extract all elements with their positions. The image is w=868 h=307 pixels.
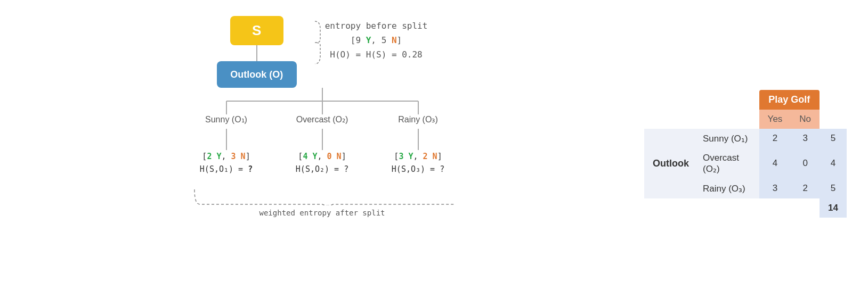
branch-overcast-connector <box>322 129 323 150</box>
rainy-total: 5 <box>820 179 847 198</box>
entropy-formula-line2: H(O) = H(S) = 0.28 <box>325 47 428 62</box>
branch-lines-svg <box>184 88 461 114</box>
root-node-s: S <box>230 16 283 45</box>
sunny-total: 5 <box>820 129 847 148</box>
col-no-label: No <box>799 114 811 124</box>
branch-overcast-label: Overcast (O₂) <box>296 114 348 125</box>
grand-total-cell: 14 <box>820 198 847 218</box>
row-label-outlook: Outlook <box>644 129 694 198</box>
outlook-node: Outlook (O) <box>217 61 297 88</box>
header-yes: Yes <box>759 110 791 129</box>
entropy-formula-line1: [9 Y, 5 N] <box>325 33 428 47</box>
sunny-name: Sunny (O₁) <box>703 134 748 144</box>
header-no: No <box>791 110 820 129</box>
branch-rainy-connector <box>418 129 419 150</box>
outlook-row-label: Outlook <box>653 158 689 169</box>
overcast-total: 4 <box>820 148 847 179</box>
rainy-yes: 3 <box>759 179 791 198</box>
col-yes-label: Yes <box>768 114 783 124</box>
n-count-root: N <box>392 35 397 45</box>
entropy-before-label: entropy before split <box>325 19 428 33</box>
branch-overcast-result: [4 Y, 0 N] H(S,O₂) = ? <box>296 150 348 176</box>
overcast-name: Overcast (O₂) <box>703 153 739 174</box>
rainy-no-val: 2 <box>802 183 807 193</box>
rainy-no: 2 <box>791 179 820 198</box>
sunny-no: 3 <box>791 129 820 148</box>
overcast-no: 0 <box>791 148 820 179</box>
bottom-brace-area: weighted entropy after split <box>21 184 623 217</box>
branch-sunny-connector <box>226 129 227 150</box>
connector-s-outlook <box>256 45 257 61</box>
main-container: S Outlook (O) entropy bef <box>0 0 868 307</box>
rainy-desc: Rainy (O₃) <box>694 179 759 198</box>
overcast-no-val: 0 <box>802 158 807 168</box>
grand-total-val: 14 <box>828 203 838 213</box>
brace-right-svg <box>313 19 322 67</box>
sunny-total-val: 5 <box>831 133 835 143</box>
contingency-table: Play Golf Yes No <box>644 90 847 218</box>
branch-connectors <box>184 88 461 114</box>
tree-section: S Outlook (O) entropy bef <box>21 11 623 296</box>
root-label: S <box>252 22 261 39</box>
sunny-desc: Sunny (O₁) <box>694 129 759 148</box>
rainy-name: Rainy (O₃) <box>703 184 745 194</box>
table-row-sunny: Outlook Sunny (O₁) 2 3 5 <box>644 129 847 148</box>
branch-sunny-result: [2 Y, 3 N] H(S,O₁) = ? <box>200 150 253 176</box>
header-playgolf-label: Play Golf <box>768 94 810 105</box>
weighted-entropy-label: weighted entropy after split <box>259 209 385 217</box>
overcast-desc: Overcast (O₂) <box>694 148 759 179</box>
overcast-yes: 4 <box>759 148 791 179</box>
overcast-total-val: 4 <box>831 158 835 168</box>
sunny-no-val: 3 <box>802 133 807 143</box>
branch-sunny-label: Sunny (O₁) <box>205 114 247 125</box>
branch-sunny: Sunny (O₁) [2 Y, 3 N] H(S,O₁) = ? <box>184 114 269 176</box>
rainy-yes-val: 3 <box>773 183 777 193</box>
bottom-brace-svg <box>189 184 456 205</box>
y-count-root: Y <box>366 35 371 45</box>
total-row: 14 <box>644 198 847 218</box>
outlook-label: Outlook (O) <box>230 69 283 80</box>
branch-rainy-label: Rainy (O₃) <box>398 114 437 125</box>
branch-rainy-result: [3 Y, 2 N] H(S,O₃) = ? <box>392 150 444 176</box>
branch-overcast: Overcast (O₂) [4 Y, 0 N] H(S,O₂) = ? <box>280 114 365 176</box>
sunny-yes-val: 2 <box>773 133 777 143</box>
header-playgolf: Play Golf <box>759 90 820 110</box>
branch-rainy: Rainy (O₃) [3 Y, 2 N] H(S,O₃) = ? <box>376 114 461 176</box>
rainy-total-val: 5 <box>831 183 835 193</box>
overcast-yes-val: 4 <box>773 158 777 168</box>
table-section: Play Golf Yes No <box>623 90 847 218</box>
sunny-yes: 2 <box>759 129 791 148</box>
